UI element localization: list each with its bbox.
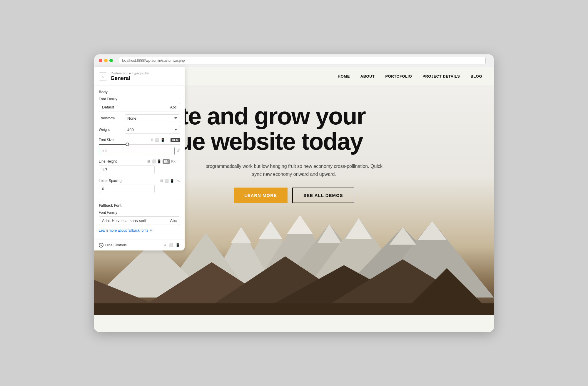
customizer-panel: ‹ Customizing ▸ Typography General Body …: [94, 67, 185, 250]
fallback-font-family-control: Arial, Helvetica, sans-serif Abc: [94, 215, 185, 226]
hide-controls-label: Hide Controls: [105, 243, 127, 247]
line-height-dash[interactable]: —: [177, 160, 180, 163]
line-height-input-row: [94, 165, 185, 176]
customizer-footer: ● Hide Controls 🖥 ⬜ 📱: [94, 240, 185, 250]
reset-icon[interactable]: ↺: [176, 148, 180, 153]
body-section-label: Body: [94, 86, 185, 96]
breadcrumb-area: Customizing ▸ Typography General: [111, 71, 149, 81]
maximize-dot[interactable]: [109, 59, 113, 62]
lh-mobile-icon[interactable]: 📱: [157, 159, 161, 163]
font-family-label: Font Family: [94, 96, 185, 102]
learn-more-link[interactable]: Learn more about fallback fonts ↗: [94, 226, 185, 235]
see-all-demos-button[interactable]: SEE ALL DEMOS: [292, 188, 354, 203]
letter-spacing-input-row: [94, 184, 185, 195]
fallback-section-label: Fallback Font: [94, 199, 185, 209]
font-size-header: Font Size 🖥 ⬜ 📱 F REM: [94, 136, 185, 143]
svg-marker-13: [345, 218, 372, 239]
svg-marker-10: [287, 215, 313, 234]
svg-marker-15: [417, 221, 447, 240]
desktop-icon[interactable]: 🖥: [150, 138, 154, 142]
weight-row: Weight 400: [94, 124, 185, 136]
fallback-font-family-label: Font Family: [94, 209, 185, 215]
customizer-header: ‹ Customizing ▸ Typography General: [94, 67, 185, 86]
fallback-font-section: Fallback Font Font Family Arial, Helveti…: [94, 198, 185, 235]
learn-more-button[interactable]: LEARN MORE: [234, 188, 288, 203]
url-text: localhost:8888/wp-admin/customize.php: [122, 59, 185, 63]
font-family-control: Default Abc: [94, 102, 185, 113]
line-height-device-icons: 🖥 ⬜ 📱 EM PX —: [147, 159, 180, 164]
svg-rect-22: [94, 303, 494, 315]
panel-title: General: [111, 75, 149, 81]
font-size-device-icons: 🖥 ⬜ 📱 F REM: [150, 138, 180, 142]
font-size-slider-fill: [99, 144, 127, 145]
main-content: Web Agency Demo 1 HOME ABOUT PORTOFOLIO …: [94, 67, 494, 332]
line-height-header: Line Height 🖥 ⬜ 📱 EM PX —: [94, 158, 185, 165]
fallback-font-dropdown[interactable]: Arial, Helvetica, sans-serif Abc: [99, 216, 180, 225]
svg-marker-11: [231, 227, 251, 243]
letter-spacing-header: Letter Spacing 🖥 ⬜ 📱 PX: [94, 176, 185, 184]
eye-icon: ●: [99, 243, 103, 248]
font-size-label: Font Size: [99, 138, 148, 142]
ls-mobile-icon[interactable]: 📱: [170, 179, 174, 183]
svg-marker-9: [259, 221, 282, 239]
svg-marker-12: [318, 224, 341, 243]
abc-badge: Abc: [170, 105, 177, 109]
font-size-input-row: ↺: [94, 146, 185, 158]
transform-select[interactable]: None: [125, 114, 180, 122]
nav-portfolio[interactable]: PORTOFOLIO: [385, 74, 412, 78]
hero-subtitle: programmatically work but low hanging fr…: [203, 162, 385, 178]
hide-controls-button[interactable]: ● Hide Controls: [99, 243, 127, 248]
nav-about[interactable]: ABOUT: [360, 74, 375, 78]
line-height-em[interactable]: EM: [163, 159, 170, 164]
nav-blog[interactable]: BLOG: [470, 74, 482, 78]
footer-desktop-icon[interactable]: 🖥: [163, 243, 166, 247]
fallback-abc-badge: Abc: [170, 218, 177, 223]
ls-desktop-icon[interactable]: 🖥: [160, 179, 163, 183]
lh-desktop-icon[interactable]: 🖥: [147, 159, 150, 163]
letter-spacing-device-icons: 🖥 ⬜ 📱 PX: [160, 179, 180, 183]
line-height-label: Line Height: [99, 159, 145, 163]
line-height-input[interactable]: [99, 166, 155, 174]
svg-marker-14: [390, 227, 416, 245]
weight-label: Weight: [99, 128, 122, 132]
fallback-font-value: Arial, Helvetica, sans-serif: [102, 218, 146, 223]
font-size-slider-thumb[interactable]: [126, 143, 129, 146]
back-button[interactable]: ‹: [99, 72, 107, 81]
browser-window: localhost:8888/wp-admin/customize.php We…: [94, 54, 494, 332]
customizer-body: Body Font Family Default Abc Transform N…: [94, 86, 185, 240]
ls-tablet-icon[interactable]: ⬜: [164, 179, 169, 183]
lh-tablet-icon[interactable]: ⬜: [151, 159, 156, 163]
line-height-px[interactable]: PX: [171, 160, 176, 163]
font-family-value: Default: [102, 105, 114, 109]
nav-home[interactable]: HOME: [338, 74, 350, 78]
mobile-icon[interactable]: 📱: [161, 138, 165, 142]
url-bar[interactable]: localhost:8888/wp-admin/customize.php: [119, 57, 486, 64]
font-size-slider-row: [94, 143, 185, 146]
letter-spacing-label: Letter Spacing: [99, 179, 158, 183]
font-size-slider-track[interactable]: [99, 144, 180, 145]
site-navigation: HOME ABOUT PORTOFOLIO PROJECT DETAILS BL…: [338, 74, 482, 78]
font-family-dropdown[interactable]: Default Abc: [99, 103, 180, 111]
letter-spacing-px[interactable]: PX: [176, 179, 180, 183]
font-size-f-label: F: [167, 138, 169, 142]
footer-device-icons: 🖥 ⬜ 📱: [163, 243, 180, 247]
tablet-icon[interactable]: ⬜: [155, 138, 159, 142]
footer-mobile-icon[interactable]: 📱: [176, 243, 180, 247]
letter-spacing-input[interactable]: [99, 185, 155, 193]
font-size-input[interactable]: [99, 147, 175, 155]
weight-select[interactable]: 400: [125, 126, 180, 134]
browser-chrome: localhost:8888/wp-admin/customize.php: [94, 54, 494, 67]
nav-project-details[interactable]: PROJECT DETAILS: [422, 74, 460, 78]
font-size-unit[interactable]: REM: [171, 138, 180, 142]
close-dot[interactable]: [99, 59, 102, 62]
footer-tablet-icon[interactable]: ⬜: [169, 243, 173, 247]
breadcrumb: Customizing ▸ Typography: [111, 71, 149, 75]
minimize-dot[interactable]: [104, 59, 108, 62]
window-controls: [99, 59, 113, 62]
transform-row: Transform None: [94, 113, 185, 124]
transform-label: Transform: [99, 116, 122, 120]
